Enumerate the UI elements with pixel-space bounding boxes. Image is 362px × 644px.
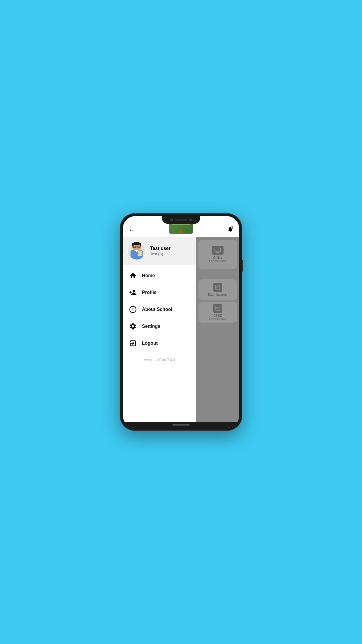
phone-screen: ← — [123, 216, 239, 428]
sidebar-item-profile-label: Profile — [142, 290, 157, 295]
sidebar-item-logout[interactable]: Logout — [123, 335, 196, 352]
user-name: Test user — [150, 246, 171, 251]
logout-icon — [129, 339, 137, 348]
sidebar-item-about-school-label: About School — [142, 307, 172, 312]
profile-icon — [129, 288, 137, 297]
sidebar-item-logout-label: Logout — [142, 341, 158, 346]
speaker — [175, 219, 187, 221]
info-icon — [129, 305, 137, 314]
main-content-area: OnlineExamination A+ Examinations — [196, 237, 239, 422]
user-profile-section[interactable]: Test user Test (A) — [123, 237, 196, 265]
camera-2 — [189, 218, 192, 221]
volume-button — [242, 260, 243, 272]
divider — [123, 353, 196, 353]
svg-rect-7 — [132, 243, 134, 247]
cbse-label: CBSEExamination — [209, 314, 227, 321]
cbse-exam-card: CBSEExamination — [198, 302, 237, 323]
online-exam-label: OnlineExamination — [209, 256, 227, 263]
user-class: Test (A) — [150, 252, 171, 256]
sidebar-item-profile[interactable]: Profile — [123, 284, 196, 301]
screen-content: Test user Test (A) Home — [123, 237, 239, 422]
home-indicator — [172, 424, 190, 426]
exam-label: Examinations — [208, 293, 227, 296]
bottom-bar — [123, 422, 239, 428]
home-icon — [129, 271, 137, 280]
sidebar-item-home[interactable]: Home — [123, 267, 196, 284]
back-button[interactable]: ← — [129, 226, 135, 234]
sidebar-item-settings[interactable]: Settings — [123, 318, 196, 335]
navigation-drawer: Test user Test (A) Home — [123, 237, 196, 422]
sidebar-item-settings-label: Settings — [142, 324, 160, 329]
settings-icon — [129, 322, 137, 331]
sidebar-item-about-school[interactable]: About School — [123, 301, 196, 318]
version-text: Version 4.0 on 7.0.0 — [123, 354, 196, 365]
user-info: Test user Test (A) — [150, 246, 171, 256]
menu-list: Home Profile — [123, 265, 196, 422]
avatar — [127, 242, 146, 260]
camera — [170, 218, 173, 221]
notch — [162, 216, 200, 224]
svg-rect-8 — [140, 243, 141, 247]
svg-text:A+: A+ — [218, 285, 220, 286]
exam-card: A+ Examinations — [198, 279, 237, 300]
online-exam-card: OnlineExamination — [198, 240, 237, 269]
sidebar-item-home-label: Home — [142, 273, 155, 278]
phone-frame: ← — [120, 213, 242, 431]
notification-icon[interactable] — [227, 226, 233, 234]
